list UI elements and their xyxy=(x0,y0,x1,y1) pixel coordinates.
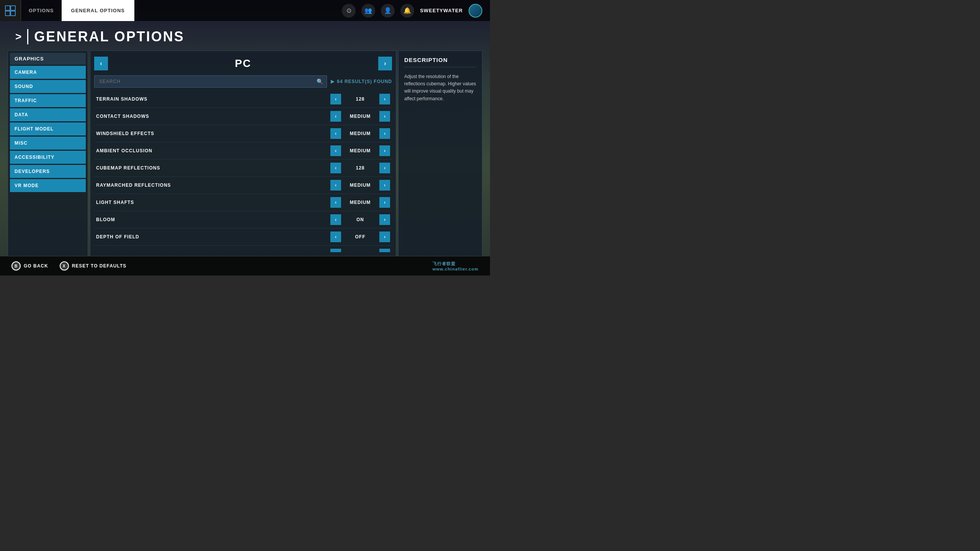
people-icon[interactable]: 👥 xyxy=(361,4,375,18)
sidebar-item-accessibility[interactable]: ACCESSIBILITY xyxy=(10,151,86,164)
search-input-wrap: 🔍 xyxy=(94,75,327,88)
setting-decrease-1[interactable]: ‹ xyxy=(330,111,341,122)
description-title: DESCRIPTION xyxy=(404,57,476,67)
sidebar-item-misc[interactable]: MISC xyxy=(10,137,86,150)
main-content: > GENERAL OPTIONS GRAPHICS CAMERA SOUND … xyxy=(0,21,490,256)
setting-increase-8[interactable]: › xyxy=(379,231,390,242)
setting-name-9: MOTION BLUR xyxy=(96,251,330,252)
setting-name-1: CONTACT SHADOWS xyxy=(96,114,330,119)
avatar xyxy=(469,4,482,18)
sidebar-item-traffic[interactable]: TRAFFIC xyxy=(10,94,86,107)
settings-list: TERRAIN SHADOWS ‹ 128 › CONTACT SHADOWS … xyxy=(94,91,392,252)
setting-decrease-7[interactable]: ‹ xyxy=(330,214,341,225)
setting-increase-6[interactable]: › xyxy=(379,197,390,208)
setting-name-0: TERRAIN SHADOWS xyxy=(96,96,330,102)
page-title: GENERAL OPTIONS xyxy=(34,29,184,45)
setting-increase-2[interactable]: › xyxy=(379,128,390,139)
sidebar-item-sound[interactable]: SOUND xyxy=(10,80,86,93)
setting-increase-4[interactable]: › xyxy=(379,163,390,173)
setting-row: CONTACT SHADOWS ‹ MEDIUM › xyxy=(94,108,392,125)
setting-control-1: ‹ MEDIUM › xyxy=(330,111,390,122)
panels: GRAPHICS CAMERA SOUND TRAFFIC DATA FLIGH… xyxy=(8,51,482,256)
setting-row: CUBEMAP REFLECTIONS ‹ 128 › xyxy=(94,160,392,177)
setting-value-0: 128 xyxy=(343,96,377,102)
setting-control-9: ‹ OFF › xyxy=(330,249,390,252)
setting-control-2: ‹ MEDIUM › xyxy=(330,128,390,139)
platform-nav: ‹ PC › xyxy=(94,55,392,72)
setting-increase-0[interactable]: › xyxy=(379,94,390,104)
setting-decrease-5[interactable]: ‹ xyxy=(330,180,341,191)
setting-increase-3[interactable]: › xyxy=(379,145,390,156)
tab-general-options[interactable]: GENERAL OPTIONS xyxy=(62,0,134,21)
setting-decrease-0[interactable]: ‹ xyxy=(330,94,341,104)
setting-value-9: OFF xyxy=(343,251,377,252)
person-icon[interactable]: 👤 xyxy=(381,4,395,18)
setting-increase-9[interactable]: › xyxy=(379,249,390,252)
sidebar: GRAPHICS CAMERA SOUND TRAFFIC DATA FLIGH… xyxy=(8,51,88,256)
page-title-bar: > GENERAL OPTIONS xyxy=(0,21,490,51)
tab-options[interactable]: OPTIONS xyxy=(21,0,62,21)
setting-value-7: ON xyxy=(343,217,377,222)
svg-rect-1 xyxy=(11,6,15,10)
results-badge: ▶ 64 RESULT(S) FOUND xyxy=(331,79,392,84)
sidebar-item-data[interactable]: DATA xyxy=(10,108,86,121)
setting-name-3: AMBIENT OCCLUSION xyxy=(96,148,330,153)
search-input[interactable] xyxy=(94,75,327,88)
setting-row: BLOOM ‹ ON › xyxy=(94,211,392,228)
sidebar-item-flight-model[interactable]: FLIGHT MODEL xyxy=(10,122,86,135)
go-back-button[interactable]: B GO BACK xyxy=(11,261,48,271)
sidebar-item-camera[interactable]: CAMERA xyxy=(10,66,86,79)
setting-decrease-4[interactable]: ‹ xyxy=(330,163,341,173)
title-arrow: > xyxy=(15,31,21,43)
search-icon: 🔍 xyxy=(317,78,323,85)
setting-row: LIGHT SHAFTS ‹ MEDIUM › xyxy=(94,194,392,211)
logo xyxy=(0,0,21,21)
platform-prev-button[interactable]: ‹ xyxy=(94,57,108,70)
setting-control-6: ‹ MEDIUM › xyxy=(330,197,390,208)
setting-name-8: DEPTH OF FIELD xyxy=(96,234,330,240)
bottom-logo: 飞行者联盟 www.chinaflier.com xyxy=(433,261,479,271)
setting-value-3: MEDIUM xyxy=(343,148,377,153)
sidebar-item-developers[interactable]: DEVELOPERS xyxy=(10,165,86,178)
logo-line1: 飞行者联盟 xyxy=(433,261,479,267)
center-panel: ‹ PC › 🔍 ▶ 64 RESULT(S) FOUND TERRAIN SH xyxy=(90,51,396,256)
bell-icon[interactable]: 🔔 xyxy=(400,4,414,18)
sidebar-item-vr-mode[interactable]: VR MODE xyxy=(10,179,86,192)
setting-value-5: MEDIUM xyxy=(343,183,377,188)
setting-increase-7[interactable]: › xyxy=(379,214,390,225)
setting-row: RAYMARCHED REFLECTIONS ‹ MEDIUM › xyxy=(94,177,392,194)
setting-control-7: ‹ ON › xyxy=(330,214,390,225)
setting-name-2: WINDSHIELD EFFECTS xyxy=(96,131,330,136)
setting-increase-5[interactable]: › xyxy=(379,180,390,191)
setting-name-5: RAYMARCHED REFLECTIONS xyxy=(96,183,330,188)
reset-label: RESET TO DEFAULTS xyxy=(72,263,127,269)
description-text: Adjust the resolution of the reflections… xyxy=(404,73,476,103)
setting-increase-1[interactable]: › xyxy=(379,111,390,122)
go-back-label: GO BACK xyxy=(24,263,48,269)
setting-decrease-6[interactable]: ‹ xyxy=(330,197,341,208)
setting-decrease-2[interactable]: ‹ xyxy=(330,128,341,139)
setting-value-6: MEDIUM xyxy=(343,200,377,205)
setting-name-6: LIGHT SHAFTS xyxy=(96,200,330,205)
reset-defaults-button[interactable]: X RESET TO DEFAULTS xyxy=(60,261,127,271)
setting-row: AMBIENT OCCLUSION ‹ MEDIUM › xyxy=(94,142,392,160)
search-bar: 🔍 ▶ 64 RESULT(S) FOUND xyxy=(94,75,392,88)
svg-rect-2 xyxy=(5,11,10,16)
platform-next-button[interactable]: › xyxy=(378,57,392,70)
setting-control-8: ‹ OFF › xyxy=(330,231,390,242)
results-arrow: ▶ xyxy=(331,79,335,84)
setting-value-4: 128 xyxy=(343,165,377,171)
results-text: 64 RESULT(S) FOUND xyxy=(337,79,392,84)
username: SWEETYWATER xyxy=(420,8,463,13)
setting-decrease-3[interactable]: ‹ xyxy=(330,145,341,156)
svg-rect-3 xyxy=(11,11,15,16)
sidebar-header: GRAPHICS xyxy=(10,53,86,65)
setting-row: DEPTH OF FIELD ‹ OFF › xyxy=(94,228,392,246)
setting-decrease-8[interactable]: ‹ xyxy=(330,231,341,242)
setting-decrease-9[interactable]: ‹ xyxy=(330,249,341,252)
target-icon[interactable]: ⊙ xyxy=(342,4,356,18)
setting-value-1: MEDIUM xyxy=(343,114,377,119)
setting-name-4: CUBEMAP REFLECTIONS xyxy=(96,165,330,171)
platform-name: PC xyxy=(116,57,371,70)
header-right: ⊙ 👥 👤 🔔 SWEETYWATER xyxy=(342,4,490,18)
